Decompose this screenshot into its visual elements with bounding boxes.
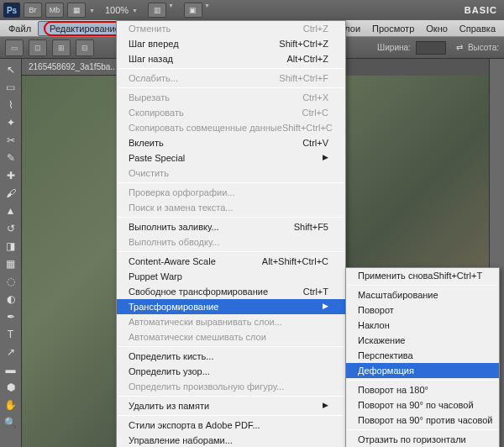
submenu-scale[interactable]: Масштабирование — [346, 287, 499, 302]
menu-spell[interactable]: Проверка орфографии... — [117, 185, 345, 200]
dodge-tool[interactable]: ◐ — [2, 291, 20, 308]
menu-copy-merged[interactable]: Скопировать совмещенные данныеShift+Ctrl… — [117, 120, 345, 135]
heal-tool[interactable]: ✚ — [2, 167, 20, 184]
transform-submenu: Применить сноваShift+Ctrl+T Масштабирова… — [345, 267, 500, 447]
submenu-again[interactable]: Применить сноваShift+Ctrl+T — [346, 268, 499, 283]
submenu-warp[interactable]: Деформация — [346, 363, 499, 378]
marquee-tool[interactable]: ▭ — [2, 79, 20, 96]
menu-file[interactable]: Файл — [3, 22, 36, 35]
tools-panel: ↖ ▭ ⌇ ✦ ✂ ✎ ✚ 🖌 ▲ ↺ ◨ ▦ ◌ ◐ ✒ T ↗ ▬ ⬢ ✋ … — [0, 59, 22, 447]
menu-fade[interactable]: Ослабить...Shift+Ctrl+F — [117, 71, 345, 86]
workspace-label[interactable]: BASIC — [465, 5, 501, 15]
menu-view[interactable]: Просмотр — [367, 22, 419, 35]
brush-tool[interactable]: 🖌 — [2, 185, 20, 202]
menu-free-transform[interactable]: Свободное трансформированиеCtrl+T — [117, 284, 345, 299]
submenu-rotate[interactable]: Поворот — [346, 302, 499, 318]
width-label: Ширина: — [377, 43, 411, 52]
submenu-skew[interactable]: Наклон — [346, 318, 499, 333]
submenu-rot90cw[interactable]: Поворот на 90° по часовой — [346, 397, 499, 413]
menu-copy[interactable]: СкопироватьCtrl+C — [117, 105, 345, 120]
submenu-distort[interactable]: Искажение — [346, 333, 499, 348]
menu-fill[interactable]: Выполнить заливку...Shift+F5 — [117, 219, 345, 234]
screen-mode-button[interactable]: ▣ — [184, 3, 202, 18]
menu-clear[interactable]: Очистить — [117, 166, 345, 181]
height-label: Высота: — [468, 43, 499, 52]
menu-preset-manager[interactable]: Управление наборами... — [117, 433, 345, 447]
shape-tool[interactable]: ▬ — [2, 361, 20, 378]
pen-tool[interactable]: ✒ — [2, 308, 20, 325]
menu-find[interactable]: Поиск и замена текста... — [117, 200, 345, 215]
dropdown-icon: ▼ — [168, 3, 174, 18]
menu-auto-align[interactable]: Автоматически выравнивать слои... — [117, 314, 345, 329]
menu-cut[interactable]: ВырезатьCtrl+X — [117, 90, 345, 105]
width-input[interactable] — [416, 41, 446, 55]
crop-overlay-button[interactable]: ⊞ — [52, 39, 71, 56]
menu-define-brush[interactable]: Определить кисть... — [117, 349, 345, 364]
arrange-docs-button[interactable]: ▥ — [148, 3, 166, 18]
submenu-rot90ccw[interactable]: Поворот на 90° против часовой — [346, 413, 499, 428]
menu-define-pattern[interactable]: Определить узор... — [117, 364, 345, 379]
hand-tool[interactable]: ✋ — [2, 397, 20, 413]
menu-paste[interactable]: ВклеитьCtrl+V — [117, 135, 345, 150]
type-tool[interactable]: T — [2, 326, 20, 343]
dropdown-icon: ▼ — [132, 8, 138, 13]
move-tool[interactable]: ↖ — [2, 61, 20, 78]
blur-tool[interactable]: ◌ — [2, 273, 20, 290]
crop-tool[interactable]: ✂ — [2, 132, 20, 149]
menu-purge[interactable]: Удалить из памяти▶ — [117, 398, 345, 413]
gradient-tool[interactable]: ▦ — [2, 255, 20, 272]
zoom-level[interactable]: 100% — [105, 5, 129, 15]
menu-step-forward[interactable]: Шаг впередShift+Ctrl+Z — [117, 36, 345, 51]
tool-preset[interactable]: ▭ — [5, 39, 24, 56]
dropdown-icon: ▼ — [204, 3, 210, 18]
menu-auto-blend[interactable]: Автоматически смешивать слои — [117, 329, 345, 344]
stamp-tool[interactable]: ▲ — [2, 202, 20, 219]
crop-ratio-button[interactable]: ⊡ — [29, 39, 47, 56]
submenu-rot180[interactable]: Поворот на 180° — [346, 382, 499, 397]
menu-content-aware-scale[interactable]: Content-Aware ScaleAlt+Shift+Ctrl+C — [117, 254, 345, 269]
app-logo: Ps — [3, 3, 20, 18]
dropdown-icon: ▼ — [89, 8, 95, 13]
menu-paste-special[interactable]: Paste Special▶ — [117, 150, 345, 166]
submenu-fliph[interactable]: Отразить по горизонтали — [346, 432, 499, 447]
menu-step-back[interactable]: Шаг назадAlt+Ctrl+Z — [117, 51, 345, 66]
path-tool[interactable]: ↗ — [2, 344, 20, 360]
lasso-tool[interactable]: ⌇ — [2, 97, 20, 113]
menu-stroke[interactable]: Выполнить обводку... — [117, 234, 345, 250]
eyedropper-tool[interactable]: ✎ — [2, 150, 20, 166]
bridge-button[interactable]: Br — [24, 3, 42, 18]
eraser-tool[interactable]: ◨ — [2, 238, 20, 255]
menu-define-shape[interactable]: Определить произвольную фигуру... — [117, 379, 345, 394]
zoom-tool[interactable]: 🔍 — [2, 414, 20, 431]
menu-undo[interactable]: ОтменитьCtrl+Z — [117, 21, 345, 36]
wand-tool[interactable]: ✦ — [2, 114, 20, 131]
view-extras-button[interactable]: ▦ — [67, 3, 86, 18]
menu-window[interactable]: Окно — [421, 22, 453, 35]
menu-puppet-warp[interactable]: Puppet Warp — [117, 269, 345, 284]
history-brush-tool[interactable]: ↺ — [2, 220, 20, 237]
edit-highlight: Редактирование — [44, 21, 126, 36]
minibridge-button[interactable]: Mb — [45, 3, 64, 18]
menu-transform[interactable]: Трансформирование▶ — [117, 299, 345, 314]
edit-dropdown: ОтменитьCtrl+Z Шаг впередShift+Ctrl+Z Ша… — [116, 20, 346, 447]
menu-pdf-presets[interactable]: Стили экспорта в Adobe PDF... — [117, 418, 345, 433]
crop-options-button[interactable]: ⊟ — [76, 39, 94, 56]
submenu-perspective[interactable]: Перспектива — [346, 348, 499, 363]
menu-help[interactable]: Справка — [454, 22, 501, 35]
3d-tool[interactable]: ⬢ — [2, 379, 20, 396]
